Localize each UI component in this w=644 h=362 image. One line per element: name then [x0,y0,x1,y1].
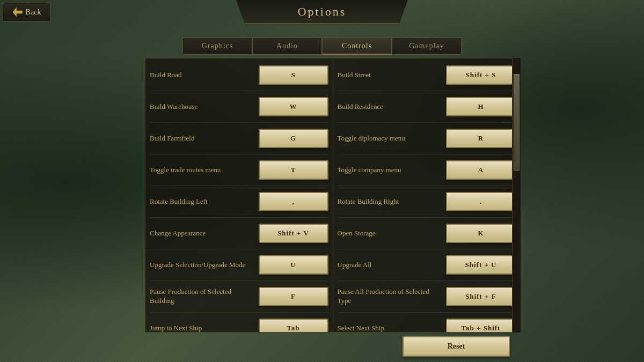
keybind-label: Pause Production of Selected Building [150,287,255,306]
keybind-row: Rotate Building Left, [150,190,328,213]
keybind-key[interactable]: Shift + F [446,287,516,306]
keybind-label: Open Storage [338,229,443,238]
row-divider [338,154,516,154]
keybind-key[interactable]: S [259,65,328,85]
row-divider [338,312,516,313]
row-divider [338,217,516,218]
right-column: Build StreetShift + SBuild ResidenceHTog… [333,58,521,332]
keybind-row: Build ResidenceH [338,95,516,118]
keybind-label: Select Next Ship [338,324,443,332]
keybind-row: Pause All Production of Selected TypeShi… [338,285,516,308]
keybind-row: Build FarmfieldG [150,127,328,150]
row-divider [338,91,516,91]
controls-panel: Build RoadSBuild WarehouseWBuild Farmfie… [145,58,521,333]
keybind-key[interactable]: G [259,129,328,148]
keybind-label: Build Residence [338,102,443,112]
keybind-label: Change Appearance [150,229,255,238]
keybind-label: Toggle diplomacy menu [338,134,443,143]
row-divider [150,217,328,218]
keybind-row: Build StreetShift + S [338,64,516,86]
title-bar: Options [236,0,408,24]
keybind-label: Upgrade Selection/Upgrade Mode [150,261,255,270]
keybind-row: Upgrade Selection/Upgrade ModeU [150,254,328,276]
keybind-key[interactable]: F [259,287,328,306]
keybind-key[interactable]: Shift + V [259,224,328,243]
keybind-key[interactable]: Tab + Shift [446,319,516,332]
keybind-row: Toggle trade routes menuT [150,159,328,181]
keybind-row: Build WarehouseW [150,95,328,118]
tab-gameplay[interactable]: Gameplay [392,38,462,55]
keybind-row: Open StorageK [338,222,516,245]
tab-controls[interactable]: Controls [322,38,392,55]
keybind-label: Rotate Building Right [338,197,443,206]
row-divider [338,186,516,186]
keybind-label: Toggle company menu [338,166,443,175]
keybind-row: Toggle diplomacy menuR [338,127,516,150]
keybind-label: Rotate Building Left [150,197,255,206]
row-divider [338,280,516,281]
row-divider [150,280,328,281]
scrollbar-thumb[interactable] [514,74,519,171]
row-divider [150,186,328,186]
page-title: Options [298,5,347,19]
keybind-row: Pause Production of Selected BuildingF [150,285,328,308]
row-divider [150,91,328,91]
keybind-label: Build Warehouse [150,102,255,112]
keybind-key[interactable]: . [446,192,516,211]
keybind-key[interactable]: U [259,255,328,275]
row-divider [150,154,328,154]
keybind-label: Jump to Next Ship [150,324,255,332]
keybind-key[interactable]: A [446,160,516,180]
reset-button[interactable]: Reset [402,336,510,357]
keybind-label: Build Street [338,71,443,80]
row-divider [150,249,328,249]
keybind-key[interactable]: Shift + S [446,65,516,85]
keybind-label: Build Farmfield [150,134,255,143]
scrollbar[interactable] [512,58,521,333]
back-label: Back [26,8,41,17]
tab-audio[interactable]: Audio [252,38,322,55]
back-button[interactable]: Back [3,3,51,21]
keybind-key[interactable]: W [259,97,328,116]
keybind-key[interactable]: K [446,224,516,243]
keybind-row: Select Next ShipTab + Shift [338,317,516,332]
keybind-key[interactable]: T [259,160,328,180]
tab-graphics[interactable]: Graphics [182,38,252,55]
keybind-key[interactable]: Shift + U [446,255,516,275]
keybind-label: Toggle trade routes menu [150,166,255,175]
keybind-label: Pause All Production of Selected Type [338,287,443,306]
keybind-key[interactable]: R [446,129,516,148]
left-column: Build RoadSBuild WarehouseWBuild Farmfie… [145,58,333,332]
keybind-key[interactable]: , [259,192,328,211]
keybind-label: Upgrade All [338,261,443,270]
keybind-row: Jump to Next ShipTab [150,317,328,332]
reset-label: Reset [448,342,465,351]
keybind-row: Rotate Building Right. [338,190,516,213]
keybind-key[interactable]: H [446,97,516,116]
keybind-key[interactable]: Tab [259,319,328,332]
keybind-row: Change AppearanceShift + V [150,222,328,245]
back-icon [13,8,23,17]
row-divider [338,249,516,249]
row-divider [338,122,516,123]
keybind-row: Build RoadS [150,64,328,86]
row-divider [150,122,328,123]
tabs-container: Graphics Audio Controls Gameplay [182,38,462,55]
keybind-row: Toggle company menuA [338,159,516,181]
keybind-row: Upgrade AllShift + U [338,254,516,276]
keybind-label: Build Road [150,71,255,80]
row-divider [150,312,328,313]
